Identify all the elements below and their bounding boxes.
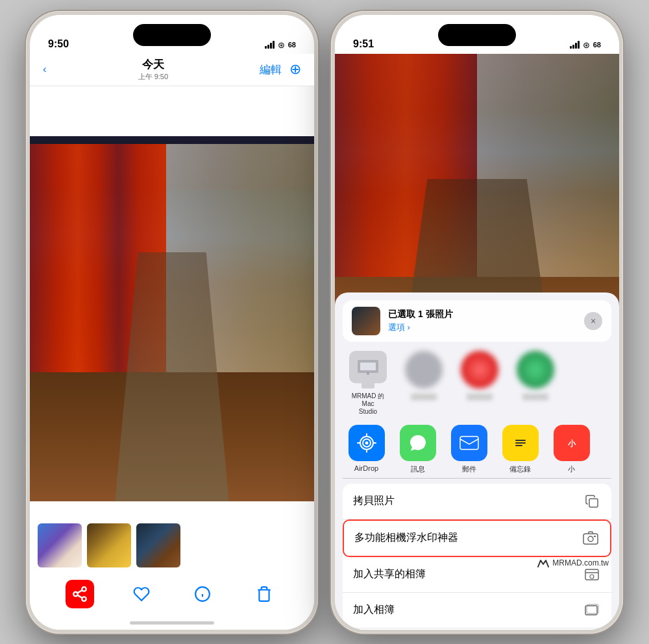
- list-item-copy[interactable]: 拷貝照片: [343, 484, 611, 519]
- copy-photo-label: 拷貝照片: [353, 494, 395, 508]
- action-airdrop[interactable]: AirDrop: [345, 425, 387, 474]
- recipient-3[interactable]: [457, 351, 502, 416]
- wifi-icon-right: ⊛: [583, 40, 590, 50]
- dynamic-island: [133, 24, 211, 46]
- like-button[interactable]: [127, 580, 156, 608]
- copy-icon: [583, 492, 601, 510]
- right-phone: 9:51 ⊛ 68: [331, 11, 623, 634]
- info-button[interactable]: [188, 580, 217, 608]
- watermark: MRMAD.com.tw: [537, 558, 609, 568]
- small-app-icon: 小: [554, 425, 590, 461]
- recipient-2[interactable]: [401, 351, 447, 416]
- svg-point-21: [590, 575, 594, 578]
- left-phone: 9:50 ⊛ 68: [26, 11, 318, 634]
- banner-text-area: 已選取 1 張照片 選項 ›: [388, 309, 576, 333]
- svg-point-18: [588, 536, 593, 542]
- nav-back-button[interactable]: ‹: [43, 63, 47, 76]
- notes-label: 備忘錄: [509, 464, 531, 474]
- nav-title: 今天: [138, 57, 168, 72]
- album-icon: [583, 601, 601, 619]
- share-icon: [71, 586, 88, 602]
- recipient-3-avatar: [461, 351, 498, 388]
- watermark-app-label: 多功能相機浮水印神器: [354, 531, 458, 545]
- delete-button[interactable]: [250, 580, 278, 608]
- mac-studio-label: MRMAD 的MacStudio: [352, 392, 385, 416]
- recipient-4-name: [522, 394, 548, 400]
- recipient-2-avatar: [405, 351, 443, 388]
- share-sheet: 已選取 1 張照片 選項 › ×: [335, 292, 619, 630]
- heart-icon: [133, 586, 150, 602]
- banner-option-button[interactable]: 選項 ›: [388, 322, 576, 333]
- nav-subtitle: 上午 9:50: [138, 72, 168, 82]
- action-messages[interactable]: 訊息: [397, 425, 439, 474]
- recipients-row: MRMAD 的MacStudio: [335, 342, 619, 420]
- svg-point-5: [367, 372, 369, 375]
- nav-title-center: 今天 上午 9:50: [138, 57, 168, 82]
- nav-more-button[interactable]: ⊕: [289, 61, 301, 78]
- wifi-icon: ⊛: [278, 40, 285, 50]
- home-indicator-left: [130, 621, 214, 625]
- signal-bars-right: [570, 41, 580, 49]
- action-mail[interactable]: 郵件: [448, 425, 490, 474]
- svg-rect-19: [594, 536, 596, 537]
- nav-right: 編輯 ⊕: [260, 61, 301, 78]
- shared-album-icon: [583, 566, 601, 584]
- trash-icon: [256, 586, 273, 602]
- dynamic-island-right: [438, 24, 516, 46]
- watermark-logo: [537, 558, 550, 568]
- svg-rect-16: [589, 499, 598, 507]
- bottom-toolbar: [30, 571, 314, 617]
- messages-label: 訊息: [411, 464, 425, 474]
- share-button[interactable]: [66, 580, 94, 608]
- signal-bars: [265, 41, 275, 49]
- info-icon: [194, 586, 211, 602]
- nav-edit-button[interactable]: 編輯: [260, 62, 282, 77]
- list-item-album[interactable]: 加入相簿: [343, 593, 611, 628]
- recipient-mac-studio[interactable]: MRMAD 的MacStudio: [345, 351, 391, 416]
- thumbnail-1[interactable]: [38, 523, 82, 567]
- banner-close-button[interactable]: ×: [584, 312, 602, 330]
- photo-area: [30, 86, 314, 501]
- svg-point-8: [365, 441, 368, 444]
- selected-banner: 已選取 1 張照片 選項 › ×: [343, 300, 611, 342]
- airdrop-label: AirDrop: [354, 464, 378, 472]
- camera-watermark-icon: [582, 529, 600, 547]
- action-small[interactable]: 小 小: [550, 425, 593, 474]
- mail-label: 郵件: [462, 464, 476, 474]
- svg-rect-4: [360, 363, 376, 370]
- svg-rect-9: [460, 436, 478, 449]
- actions-row: AirDrop 訊息: [335, 420, 619, 478]
- thumbnail-2[interactable]: [87, 523, 131, 567]
- recipient-2-name: [411, 394, 437, 400]
- status-time-left: 9:50: [48, 38, 69, 50]
- banner-title: 已選取 1 張照片: [388, 309, 576, 320]
- recipient-4[interactable]: [513, 351, 558, 416]
- status-icons-left: ⊛ 68: [265, 40, 296, 50]
- notes-icon: [502, 425, 539, 461]
- svg-rect-17: [583, 534, 598, 544]
- mail-icon: [451, 425, 487, 461]
- thumbnail-3[interactable]: [136, 523, 180, 567]
- airdrop-icon: [349, 425, 385, 461]
- status-icons-right: ⊛ 68: [570, 40, 601, 50]
- messages-icon: [400, 425, 436, 461]
- nav-bar-left: ‹ 今天 上午 9:50 編輯 ⊕: [30, 54, 314, 86]
- divider: [343, 478, 611, 479]
- thumbnail-strip: [30, 519, 314, 571]
- photo2-area: ✓: [335, 54, 619, 333]
- watermark-text: MRMAD.com.tw: [552, 558, 609, 567]
- battery-icon-right: 68: [593, 41, 601, 49]
- action-notes[interactable]: 備忘錄: [499, 425, 541, 474]
- recipient-4-avatar: [517, 351, 554, 388]
- banner-thumbnail: [352, 307, 380, 335]
- status-time-right: 9:51: [353, 38, 374, 50]
- battery-icon-left: 68: [288, 41, 296, 49]
- list-item-watermark[interactable]: 多功能相機浮水印神器: [343, 519, 611, 557]
- shared-album-label: 加入共享的相簿: [353, 567, 426, 581]
- mac-studio-icon: [349, 351, 387, 383]
- svg-text:小: 小: [567, 439, 576, 448]
- list-item-airplay[interactable]: AirPlay: [343, 628, 611, 630]
- share-list: 拷貝照片 多功能相機浮水印神器: [343, 484, 611, 630]
- recipient-3-name: [467, 394, 493, 400]
- small-label: 小: [568, 464, 575, 474]
